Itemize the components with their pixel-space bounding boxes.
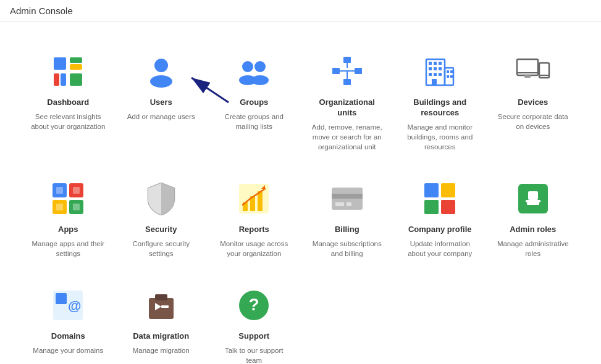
svg-rect-2 xyxy=(70,64,82,70)
svg-rect-32 xyxy=(450,70,453,73)
svg-rect-22 xyxy=(434,62,437,65)
svg-rect-65 xyxy=(527,202,539,205)
card-dashboard-title: Dashboard xyxy=(47,97,89,108)
card-data-migration[interactable]: Data migration Manage migration xyxy=(118,275,205,364)
card-buildings[interactable]: Buildings and resources Manage and monit… xyxy=(397,41,484,162)
data-migration-icon xyxy=(143,287,180,324)
card-devices[interactable]: Devices Secure corporate data on devices xyxy=(490,41,577,162)
svg-rect-64 xyxy=(526,200,540,202)
domains-icon: @ xyxy=(49,287,86,324)
card-org-units-title: Organizational units xyxy=(310,97,385,118)
card-buildings-title: Buildings and resources xyxy=(403,97,477,118)
card-support-desc: Talk to our support team xyxy=(217,345,292,364)
card-users-title: Users xyxy=(150,97,172,108)
svg-rect-63 xyxy=(528,191,538,200)
card-groups-title: Groups xyxy=(240,97,268,108)
svg-rect-3 xyxy=(54,73,59,86)
svg-point-9 xyxy=(254,61,266,72)
card-users-desc: Add or manage users xyxy=(127,112,195,122)
card-devices-title: Devices xyxy=(518,97,548,108)
card-security-desc: Configure security settings xyxy=(124,239,199,259)
card-security[interactable]: Security Configure security settings xyxy=(118,168,205,268)
svg-rect-23 xyxy=(439,62,442,65)
card-devices-desc: Secure corporate data on devices xyxy=(496,112,571,131)
card-admin-roles-title: Admin roles xyxy=(510,225,556,235)
reports-icon xyxy=(235,180,272,217)
svg-rect-27 xyxy=(429,73,432,76)
card-groups[interactable]: Groups Create groups and mailing lists xyxy=(211,41,298,162)
svg-rect-33 xyxy=(447,75,449,78)
billing-icon xyxy=(329,180,366,217)
card-security-title: Security xyxy=(145,225,177,235)
svg-rect-34 xyxy=(450,75,453,78)
card-company-profile-desc: Update information about your company xyxy=(403,239,477,259)
app-title: Admin Console xyxy=(10,6,73,16)
svg-rect-59 xyxy=(441,183,455,197)
svg-rect-15 xyxy=(343,79,351,85)
svg-rect-69 xyxy=(149,298,174,319)
svg-point-8 xyxy=(242,61,253,72)
devices-icon xyxy=(515,53,552,90)
card-domains-title: Domains xyxy=(51,331,85,342)
svg-rect-48 xyxy=(73,204,80,210)
svg-point-6 xyxy=(154,59,168,72)
card-data-migration-title: Data migration xyxy=(133,331,189,342)
svg-rect-5 xyxy=(70,73,82,86)
card-data-migration-desc: Manage migration xyxy=(133,345,190,355)
svg-rect-1 xyxy=(70,57,82,63)
svg-rect-45 xyxy=(56,187,63,194)
card-support[interactable]: ? Support Talk to our support team xyxy=(211,275,298,364)
svg-rect-61 xyxy=(441,200,455,214)
svg-rect-70 xyxy=(155,294,167,300)
cards-grid: Dashboard See relevant insights about yo… xyxy=(25,41,576,364)
card-billing-title: Billing xyxy=(335,225,359,235)
svg-rect-55 xyxy=(332,194,363,199)
main-content: Dashboard See relevant insights about yo… xyxy=(0,22,601,364)
card-domains[interactable]: @ Domains Manage your domains xyxy=(25,275,112,364)
apps-icon xyxy=(49,180,86,217)
card-billing-desc: Manage subscriptions and billing xyxy=(310,239,385,259)
svg-rect-60 xyxy=(424,200,439,214)
svg-point-11 xyxy=(251,75,269,85)
card-domains-desc: Manage your domains xyxy=(33,345,103,355)
card-buildings-desc: Manage and monitor buildings, rooms and … xyxy=(403,122,477,152)
card-company-profile[interactable]: Company profile Update information about… xyxy=(397,168,484,268)
card-apps-desc: Manage apps and their settings xyxy=(31,239,106,259)
card-org-units-desc: Add, remove, rename, move or search for … xyxy=(310,122,385,152)
card-admin-roles-desc: Manage administrative roles xyxy=(496,239,571,259)
card-org-units[interactable]: Organizational units Add, remove, rename… xyxy=(304,41,391,162)
card-users[interactable]: Users Add or manage users xyxy=(118,41,205,162)
grid-container: Dashboard See relevant insights about yo… xyxy=(25,41,576,364)
svg-rect-12 xyxy=(343,57,351,63)
svg-rect-46 xyxy=(73,187,80,194)
svg-rect-52 xyxy=(258,191,263,211)
svg-rect-47 xyxy=(56,204,63,210)
svg-rect-72 xyxy=(161,305,169,308)
svg-rect-26 xyxy=(439,67,442,70)
card-reports-title: Reports xyxy=(239,225,269,235)
svg-rect-38 xyxy=(524,75,531,78)
svg-rect-67 xyxy=(56,293,67,304)
users-icon xyxy=(143,53,180,90)
card-apps[interactable]: Apps Manage apps and their settings xyxy=(25,168,112,268)
top-bar: Admin Console xyxy=(0,0,601,22)
card-admin-roles[interactable]: Admin roles Manage administrative roles xyxy=(490,168,577,268)
card-dashboard-desc: See relevant insights about your organiz… xyxy=(31,112,106,131)
svg-rect-29 xyxy=(439,73,442,76)
svg-rect-58 xyxy=(424,183,439,197)
svg-rect-31 xyxy=(447,70,449,73)
admin-roles-icon xyxy=(515,180,552,217)
card-apps-title: Apps xyxy=(58,225,78,235)
card-dashboard[interactable]: Dashboard See relevant insights about yo… xyxy=(25,41,112,162)
security-icon xyxy=(143,180,180,217)
svg-rect-56 xyxy=(335,202,344,206)
svg-text:@: @ xyxy=(68,298,81,313)
svg-text:?: ? xyxy=(249,295,259,314)
svg-point-7 xyxy=(150,75,172,88)
card-billing[interactable]: Billing Manage subscriptions and billing xyxy=(304,168,391,268)
org-units-icon xyxy=(329,53,366,90)
card-reports[interactable]: Reports Monitor usage across your organi… xyxy=(211,168,298,268)
card-company-profile-title: Company profile xyxy=(408,225,472,235)
svg-rect-0 xyxy=(54,57,66,70)
svg-rect-25 xyxy=(434,67,437,70)
